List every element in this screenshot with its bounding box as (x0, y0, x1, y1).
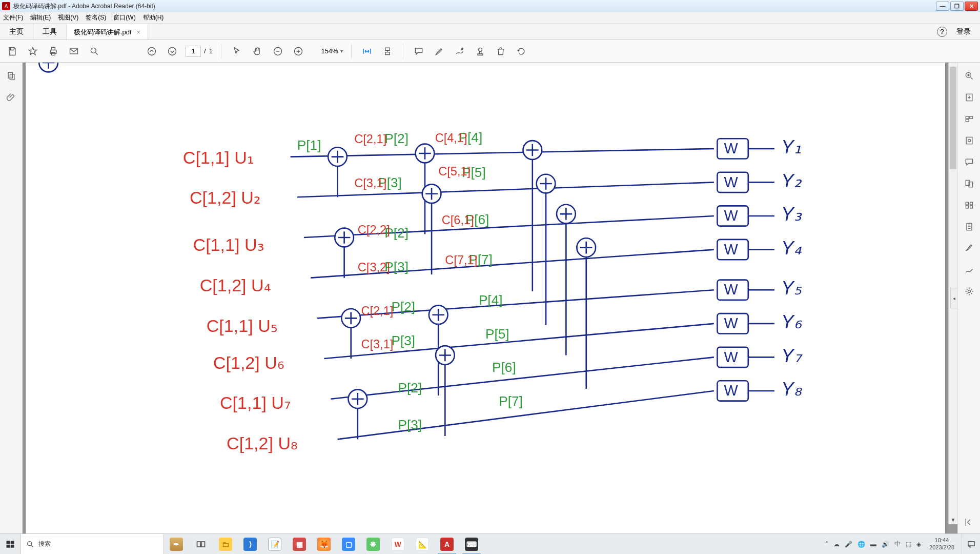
zoom-dropdown-icon[interactable]: ▾ (340, 48, 343, 54)
toolbar: / 1 154% ▾ (0, 40, 980, 63)
draw-icon[interactable] (453, 44, 467, 58)
combine-icon[interactable] (963, 177, 975, 190)
highlight-icon[interactable] (432, 44, 446, 58)
scroll-down-icon[interactable]: ▼ (949, 515, 957, 524)
tray-app-icon[interactable]: ⬚ (906, 541, 911, 548)
tray-battery-icon[interactable]: ▬ (870, 541, 876, 548)
action-center-button[interactable] (962, 534, 980, 555)
taskbar-search[interactable]: 搜索 (21, 534, 164, 555)
print-icon[interactable] (46, 44, 60, 58)
menu-help[interactable]: 帮助(H) (143, 13, 164, 22)
delete-icon[interactable] (494, 44, 508, 58)
taskbar-app-pen[interactable]: ✒ (164, 534, 189, 555)
zoom-in-icon[interactable] (291, 44, 305, 58)
zoom-out-icon[interactable] (271, 44, 285, 58)
taskbar-app-explorer[interactable]: 🗀 (213, 534, 238, 555)
zoom-panel-icon[interactable] (963, 70, 975, 82)
hand-tool-icon[interactable] (250, 44, 264, 58)
svg-text:C[4,1]: C[4,1] (435, 131, 467, 145)
login-button[interactable]: 登录 (956, 27, 971, 36)
svg-text:C[2,2]: C[2,2] (358, 223, 390, 236)
tab-document-close[interactable]: × (137, 29, 140, 36)
window-close-button[interactable]: ✕ (965, 2, 978, 11)
taskbar-app-acrobat[interactable]: A (435, 534, 459, 555)
taskbar-app-red[interactable]: ▦ (287, 534, 312, 555)
svg-text:Y₇: Y₇ (781, 345, 802, 366)
taskbar-app-wechat[interactable]: ❋ (361, 534, 385, 555)
svg-point-135 (28, 541, 32, 545)
svg-line-14 (291, 149, 714, 157)
taskbar-app-zoom[interactable]: ▢ (336, 534, 361, 555)
search-icon[interactable] (87, 44, 101, 58)
fit-width-icon[interactable] (360, 44, 374, 58)
svg-text:W: W (724, 207, 739, 224)
scroll-thumb[interactable] (950, 67, 956, 169)
pdf-page: W W W W W W W W Y₁ Y₂ (26, 63, 945, 533)
tray-security-icon[interactable]: ◈ (916, 541, 921, 548)
rotate-icon[interactable] (514, 44, 528, 58)
export-pdf-icon[interactable] (963, 91, 975, 104)
svg-rect-137 (201, 542, 205, 547)
tab-home[interactable]: 主页 (0, 24, 33, 39)
svg-text:C[5,1]: C[5,1] (438, 165, 471, 178)
tray-ime-icon[interactable]: 中 (894, 540, 901, 548)
svg-point-5 (148, 47, 156, 55)
edit-pdf-icon[interactable] (963, 113, 975, 125)
page-down-icon[interactable] (165, 44, 179, 58)
taskbar-app-firefox[interactable]: 🦊 (312, 534, 336, 555)
save-icon[interactable] (5, 44, 19, 58)
stamp-icon[interactable] (473, 44, 487, 58)
comment-icon[interactable] (412, 44, 426, 58)
redact-pen-icon[interactable] (963, 242, 975, 254)
taskbar-app-wps[interactable]: W (385, 534, 410, 555)
more-tools-icon[interactable] (963, 285, 975, 298)
page-current-input[interactable] (186, 46, 201, 57)
taskbar-app-terminal[interactable]: ⌨ (459, 534, 484, 555)
sign-panel-icon[interactable] (963, 264, 975, 276)
page-up-icon[interactable] (145, 44, 159, 58)
window-maximize-button[interactable]: ❐ (950, 2, 964, 11)
create-pdf-icon[interactable] (963, 134, 975, 147)
start-button[interactable] (0, 534, 21, 555)
menu-sign[interactable]: 签名(S) (86, 13, 106, 22)
svg-text:C[3,1]: C[3,1] (361, 338, 393, 351)
menu-edit[interactable]: 编辑(E) (30, 13, 51, 22)
tray-overflow-icon[interactable]: ˄ (825, 541, 828, 548)
clock-date: 2023/2/28 (929, 544, 954, 551)
system-tray: ˄ ☁ 🎤 🌐 ▬ 🔊 中 ⬚ ◈ 10:44 2023/2/28 (821, 537, 962, 550)
tray-mic-icon[interactable]: 🎤 (845, 541, 852, 548)
taskbar-app-matlab[interactable]: 📐 (410, 534, 435, 555)
attachments-icon[interactable] (5, 91, 17, 104)
mail-icon[interactable] (67, 44, 81, 58)
help-button[interactable]: ? (937, 27, 947, 37)
star-icon[interactable] (26, 44, 40, 58)
select-tool-icon[interactable] (230, 44, 244, 58)
svg-line-21 (337, 391, 713, 439)
menu-view[interactable]: 视图(V) (58, 13, 78, 22)
comment-panel-icon[interactable] (963, 156, 975, 168)
svg-point-122 (968, 140, 970, 142)
svg-text:C[2,1]: C[2,1] (361, 304, 393, 318)
window-titlebar: A 极化码译码讲解.pdf - Adobe Acrobat Reader (64… (0, 0, 980, 12)
tray-network-icon[interactable]: 🌐 (858, 541, 865, 548)
zoom-level[interactable]: 154% ▾ (312, 47, 343, 55)
tab-tools[interactable]: 工具 (33, 24, 67, 39)
svg-line-20 (331, 357, 714, 399)
document-viewport[interactable]: W W W W W W W W Y₁ Y₂ (23, 63, 957, 533)
taskbar-app-notepad[interactable]: 📝 (262, 534, 287, 555)
organize-icon[interactable] (963, 199, 975, 211)
window-minimize-button[interactable]: — (936, 2, 949, 11)
menu-file[interactable]: 文件(F) (3, 13, 23, 22)
menu-window[interactable]: 窗口(W) (113, 13, 135, 22)
thumbnails-icon[interactable] (5, 70, 17, 82)
scroll-mode-icon[interactable] (380, 44, 395, 58)
compress-icon[interactable] (963, 221, 975, 233)
expand-panel-icon[interactable] (963, 516, 975, 528)
tray-volume-icon[interactable]: 🔊 (882, 541, 889, 548)
right-collapse-handle[interactable]: ◂ (950, 288, 957, 308)
taskbar-clock[interactable]: 10:44 2023/2/28 (926, 537, 957, 550)
tray-onedrive-icon[interactable]: ☁ (833, 541, 840, 548)
taskbar-app-taskview[interactable] (189, 534, 213, 555)
tab-document[interactable]: 极化码译码讲解.pdf × (67, 24, 148, 39)
taskbar-app-vscode[interactable]: ⟩ (238, 534, 262, 555)
